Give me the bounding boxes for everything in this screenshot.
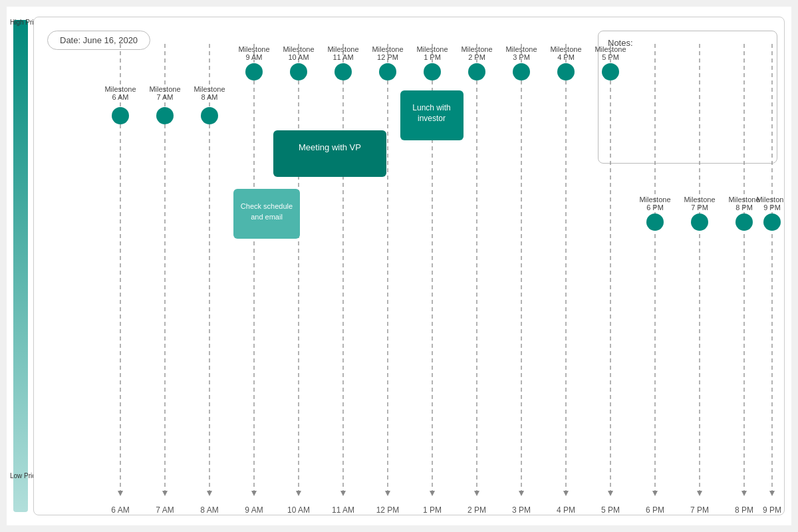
time-label-2: 8 AM bbox=[200, 505, 218, 515]
time-label-10: 4 PM bbox=[557, 505, 575, 515]
milestone-time-2pm: 2 PM bbox=[468, 53, 485, 61]
arrow-10 bbox=[563, 491, 569, 496]
arrow-7 bbox=[430, 491, 435, 496]
arrow-1 bbox=[162, 491, 168, 496]
time-label-13: 7 PM bbox=[690, 505, 709, 515]
arrow-3 bbox=[251, 491, 257, 496]
time-label-7: 1 PM bbox=[423, 505, 442, 515]
time-label-11: 5 PM bbox=[601, 505, 620, 515]
milestone-dot-8am bbox=[201, 107, 218, 124]
task-check-text1: Check schedule bbox=[241, 202, 293, 210]
time-label-4: 10 AM bbox=[287, 505, 310, 515]
timeline-svg: 6 AM 7 AM 8 AM 9 AM 10 AM 11 AM 12 PM 1 … bbox=[34, 17, 785, 515]
milestone-dot-10am bbox=[290, 63, 307, 80]
milestone-dot-11am bbox=[334, 63, 352, 80]
time-label-1: 7 AM bbox=[156, 505, 174, 515]
arrow-9 bbox=[519, 491, 524, 496]
milestone-time-4pm: 4 PM bbox=[557, 53, 575, 61]
milestone-label-9pm: Milestone bbox=[756, 196, 785, 203]
task-check-text2: and email bbox=[251, 213, 283, 221]
arrow-11 bbox=[608, 491, 613, 496]
arrow-12 bbox=[652, 491, 658, 496]
milestone-dot-5pm bbox=[602, 63, 619, 80]
time-label-8: 2 PM bbox=[467, 505, 486, 515]
milestone-dot-1pm bbox=[424, 63, 441, 80]
milestone-time-11am: 11 AM bbox=[332, 53, 353, 61]
milestone-label-9am: Milestone bbox=[238, 45, 269, 53]
arrow-4 bbox=[296, 491, 301, 496]
milestone-label-2pm: Milestone bbox=[461, 45, 492, 53]
priority-bar bbox=[13, 20, 28, 512]
milestone-label-10am: Milestone bbox=[283, 45, 314, 53]
milestone-dot-8pm bbox=[735, 213, 753, 231]
milestone-label-3pm: Milestone bbox=[505, 45, 537, 53]
time-label-9: 3 PM bbox=[512, 505, 531, 515]
time-label-14: 8 PM bbox=[735, 505, 753, 515]
milestone-time-9am: 9 AM bbox=[245, 53, 262, 61]
milestone-time-5pm: 5 PM bbox=[602, 53, 619, 61]
task-meeting-vp bbox=[273, 130, 386, 177]
milestone-label-6am: Milestone bbox=[104, 85, 136, 93]
milestone-dot-6pm bbox=[646, 213, 664, 231]
milestone-label-11am: Milestone bbox=[327, 45, 358, 53]
milestone-time-8pm: 8 PM bbox=[735, 203, 753, 211]
milestone-dot-6am bbox=[112, 107, 129, 124]
time-label-12: 6 PM bbox=[646, 505, 664, 515]
arrow-14 bbox=[741, 491, 747, 496]
task-lunch-text1: Lunch with bbox=[412, 103, 450, 112]
milestone-dot-2pm bbox=[468, 63, 485, 80]
milestone-dot-4pm bbox=[557, 63, 575, 80]
arrow-2 bbox=[207, 491, 212, 496]
task-lunch-text2: investor bbox=[418, 114, 446, 123]
chart-area: Date: June 16, 2020 Notes: bbox=[33, 17, 785, 515]
time-label-0: 6 AM bbox=[111, 505, 129, 515]
milestone-time-8am: 8 AM bbox=[201, 93, 217, 101]
milestone-time-10am: 10 AM bbox=[288, 53, 309, 61]
milestone-time-7pm: 7 PM bbox=[691, 203, 708, 211]
milestone-dot-7pm bbox=[691, 213, 708, 231]
milestone-dot-3pm bbox=[513, 63, 530, 80]
milestone-label-8am: Milestone bbox=[194, 85, 225, 93]
milestone-label-4pm: Milestone bbox=[550, 45, 581, 53]
milestone-dot-9am bbox=[245, 63, 263, 80]
milestone-time-9pm: 9 PM bbox=[763, 203, 781, 211]
milestone-dot-12pm bbox=[379, 63, 396, 80]
milestone-label-1pm: Milestone bbox=[416, 45, 448, 53]
time-label-15: 9 PM bbox=[763, 505, 781, 515]
time-label-6: 12 PM bbox=[376, 505, 400, 515]
arrow-8 bbox=[474, 491, 479, 496]
arrow-5 bbox=[340, 491, 346, 496]
milestone-time-3pm: 3 PM bbox=[513, 53, 530, 61]
time-label-3: 9 AM bbox=[245, 505, 263, 515]
milestone-label-6pm: Milestone bbox=[639, 196, 670, 203]
arrow-6 bbox=[385, 491, 390, 496]
milestone-label-7pm: Milestone bbox=[684, 196, 715, 203]
task-meeting-vp-text1: Meeting with VP bbox=[299, 142, 361, 152]
time-label-5: 11 AM bbox=[332, 505, 354, 515]
milestone-time-1pm: 1 PM bbox=[424, 53, 441, 61]
milestone-label-8pm: Milestone bbox=[728, 196, 759, 203]
milestone-time-7am: 7 AM bbox=[156, 93, 173, 101]
milestone-label-7am: Milestone bbox=[149, 85, 180, 93]
milestone-dot-7am bbox=[156, 107, 174, 124]
milestone-time-6pm: 6 PM bbox=[646, 203, 664, 211]
arrow-0 bbox=[118, 491, 123, 496]
milestone-label-5pm: Milestone bbox=[595, 45, 626, 53]
milestone-label-12pm: Milestone bbox=[372, 45, 403, 53]
milestone-time-12pm: 12 PM bbox=[377, 53, 398, 61]
arrow-15 bbox=[769, 491, 775, 496]
arrow-13 bbox=[697, 491, 702, 496]
milestone-time-6am: 6 AM bbox=[112, 93, 128, 101]
milestone-dot-9pm bbox=[763, 213, 781, 231]
